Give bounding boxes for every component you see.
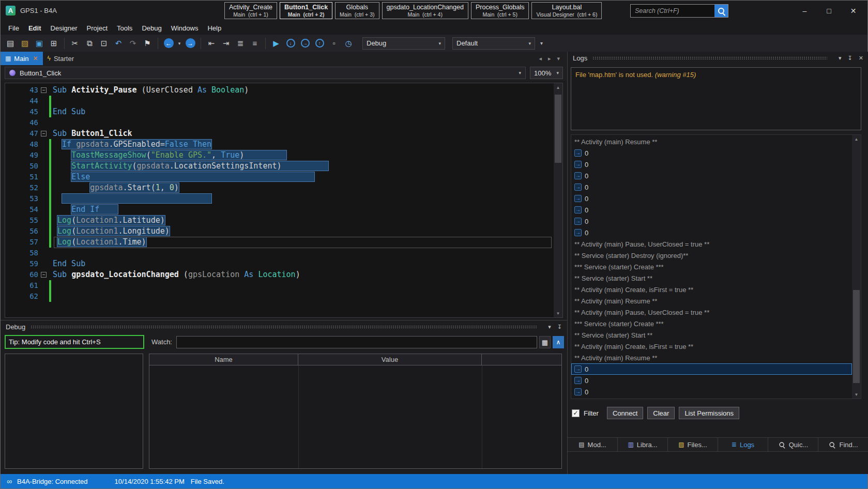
log-entry[interactable]: →0 xyxy=(571,159,852,170)
navigate-back-icon[interactable]: ← xyxy=(162,37,175,50)
scroll-down-icon[interactable]: ▼ xyxy=(554,309,562,317)
scroll-tabs-right-icon[interactable]: ▸ xyxy=(548,55,551,62)
close-button[interactable]: ✕ xyxy=(841,1,865,21)
code-editor[interactable]: 43Sub Activity_Pause (UserClosed As Bool… xyxy=(5,83,563,318)
menu-tools[interactable]: Tools xyxy=(112,21,137,35)
toolbar-overflow-icon[interactable]: ▾ xyxy=(540,40,543,46)
log-entry[interactable]: *** Service (starter) Create *** xyxy=(571,261,852,272)
close-tab-icon[interactable]: ✕ xyxy=(33,55,38,62)
fold-marker-icon[interactable] xyxy=(41,272,47,278)
quick-nav-button1-click[interactable]: Button1_ClickMain (ctrl + 2) xyxy=(280,2,332,19)
scroll-tabs-left-icon[interactable]: ◂ xyxy=(539,55,542,62)
log-entry[interactable]: *** Service (starter) Create *** xyxy=(571,318,852,329)
log-entry[interactable]: →0 xyxy=(571,363,852,375)
save-icon[interactable]: ▣ xyxy=(33,37,46,50)
log-entry[interactable]: ** Service (starter) Destroy (ignored)** xyxy=(571,250,852,261)
profiler-icon[interactable]: ◷ xyxy=(342,37,355,50)
log-entry[interactable]: ** Activity (main) Create, isFirst = tru… xyxy=(571,341,852,352)
copy-icon[interactable]: ⧉ xyxy=(83,37,96,50)
build-mode-dropdown[interactable]: Debug ▾ xyxy=(362,37,445,50)
panel-drag-grip[interactable] xyxy=(592,56,827,60)
log-entry[interactable]: →0 xyxy=(571,181,852,193)
log-entry[interactable]: →0 xyxy=(571,147,852,159)
log-entry[interactable]: →0 xyxy=(571,170,852,181)
tab-starter[interactable]: ϟStarter xyxy=(43,52,79,65)
log-entry[interactable]: →0 xyxy=(571,227,852,238)
menu-windows[interactable]: Windows xyxy=(166,21,203,35)
minimize-button[interactable]: – xyxy=(793,1,817,21)
step-into-icon[interactable]: ↓ xyxy=(284,37,297,50)
log-entry[interactable]: →0 xyxy=(571,193,852,204)
scroll-down-icon[interactable]: ▼ xyxy=(852,390,861,399)
new-file-icon[interactable]: ▤ xyxy=(4,37,17,50)
paste-icon[interactable]: ⊡ xyxy=(97,37,111,50)
filter-checkbox[interactable]: ✓ xyxy=(572,409,580,417)
menu-designer[interactable]: Designer xyxy=(46,21,82,35)
maximize-button[interactable]: □ xyxy=(817,1,841,21)
log-entry[interactable]: ** Activity (main) Resume ** xyxy=(571,295,852,307)
zoom-dropdown[interactable]: 100% ▾ xyxy=(530,67,563,79)
log-entry[interactable]: →0 xyxy=(571,216,852,227)
step-over-icon[interactable]: → xyxy=(298,37,312,50)
clear-button[interactable]: Clear xyxy=(647,407,675,419)
log-entry[interactable]: ** Service (starter) Start ** xyxy=(571,272,852,284)
menu-file[interactable]: File xyxy=(4,21,24,35)
panel-tab-files[interactable]: ▨Files... xyxy=(668,438,718,451)
collapse-panel-icon[interactable]: ▾ xyxy=(548,324,551,330)
log-entry[interactable]: ** Activity (main) Resume ** xyxy=(571,352,852,363)
log-list[interactable]: ** Activity (main) Resume **→0→0→0→0→0→0… xyxy=(571,134,861,399)
scroll-up-icon[interactable]: ▲ xyxy=(852,135,861,143)
quick-nav-process-globals[interactable]: Process_GlobalsMain (ctrl + 5) xyxy=(471,2,529,19)
quick-nav-layout-bal[interactable]: Layout.balVisual Designer (ctrl + 6) xyxy=(531,2,602,19)
indent-icon[interactable]: ⇥ xyxy=(219,37,233,50)
panel-drag-grip[interactable] xyxy=(31,325,537,329)
comment-icon[interactable]: ≣ xyxy=(234,37,247,50)
navigate-forward-icon[interactable]: → xyxy=(184,37,197,50)
undo-icon[interactable]: ↶ xyxy=(112,37,125,50)
log-entry[interactable]: →0 xyxy=(571,204,852,216)
expand-watch-button[interactable]: ∧ xyxy=(553,336,564,348)
quick-nav-gpsdato-locationchanged[interactable]: gpsdato_LocationChangedMain (ctrl + 4) xyxy=(382,2,468,19)
panel-tab-logs[interactable]: ≣Logs xyxy=(718,438,768,451)
tab-list-dropdown-icon[interactable]: ▾ xyxy=(557,55,560,62)
uncomment-icon[interactable]: ≡ xyxy=(248,37,262,50)
step-out-icon[interactable]: ↑ xyxy=(313,37,326,50)
log-entry[interactable]: ** Activity (main) Pause, UserClosed = t… xyxy=(571,307,852,318)
bookmark-icon[interactable]: ⚑ xyxy=(141,37,154,50)
sub-selector-dropdown[interactable]: Button1_Click ▾ xyxy=(5,67,526,79)
panel-tab-quic[interactable]: Quic... xyxy=(768,438,818,451)
menu-edit[interactable]: Edit xyxy=(24,21,46,35)
save-all-icon[interactable]: ⊞ xyxy=(47,37,60,50)
quick-nav-activity-create[interactable]: Activity_CreateMain (ctrl + 1) xyxy=(224,2,277,19)
menu-project[interactable]: Project xyxy=(82,21,112,35)
connect-button[interactable]: Connect xyxy=(607,407,643,419)
build-config-dropdown[interactable]: Default ▾ xyxy=(452,37,535,50)
quick-nav-globals[interactable]: GlobalsMain (ctrl + 3) xyxy=(335,2,379,19)
menu-debug[interactable]: Debug xyxy=(137,21,166,35)
list-permissions-button[interactable]: List Permissions xyxy=(679,407,739,419)
pin-panel-icon[interactable]: ↧ xyxy=(848,55,852,62)
panel-tab-mod[interactable]: ▤Mod... xyxy=(568,438,618,451)
back-history-dropdown-icon[interactable]: ▾ xyxy=(176,37,182,50)
close-panel-icon[interactable]: ✕ xyxy=(859,55,863,62)
fold-marker-icon[interactable] xyxy=(41,131,47,136)
log-entry[interactable]: ** Activity (main) Create, isFirst = tru… xyxy=(571,284,852,295)
collapse-panel-icon[interactable]: ▾ xyxy=(839,55,842,62)
scroll-up-icon[interactable]: ▲ xyxy=(554,83,562,91)
search-button[interactable] xyxy=(714,5,728,17)
log-entry[interactable]: ** Service (starter) Start ** xyxy=(571,329,852,341)
stop-icon[interactable]: ▫ xyxy=(327,37,341,50)
column-header-name[interactable]: Name xyxy=(149,354,298,365)
logs-vertical-scrollbar[interactable]: ▲ ▼ xyxy=(852,135,861,399)
fold-marker-icon[interactable] xyxy=(41,87,47,93)
editor-vertical-scrollbar[interactable]: ▲ ▼ xyxy=(554,83,562,317)
search-input[interactable] xyxy=(631,5,714,17)
scrollbar-thumb[interactable] xyxy=(853,290,860,383)
open-file-icon[interactable]: ▨ xyxy=(18,37,32,50)
log-entry[interactable]: →0 xyxy=(571,386,852,398)
redo-icon[interactable]: ↷ xyxy=(126,37,140,50)
tab-main[interactable]: ▦Main✕ xyxy=(1,52,43,65)
panel-tab-find[interactable]: Find... xyxy=(818,438,868,451)
log-entry[interactable]: ** Activity (main) Pause, UserClosed = t… xyxy=(571,238,852,250)
column-header-extra[interactable] xyxy=(482,354,561,365)
